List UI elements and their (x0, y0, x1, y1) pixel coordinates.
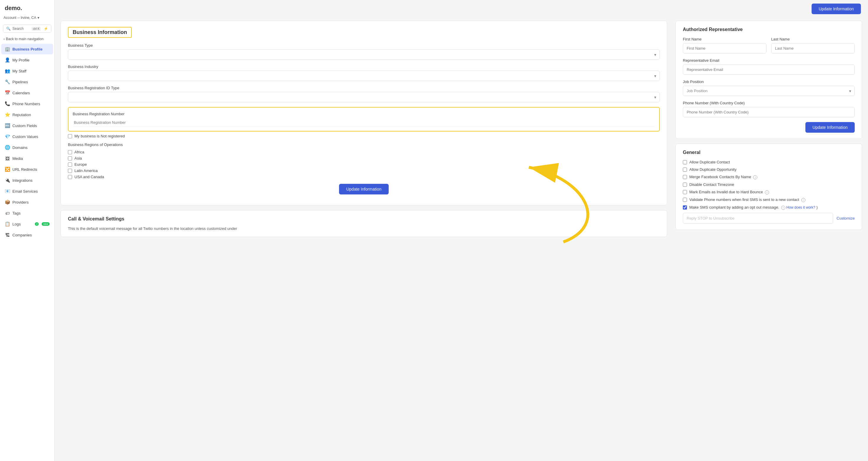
business-type-select[interactable] (68, 49, 660, 60)
general-item-validate-phone: Validate Phone numbers when first SMS is… (683, 197, 855, 202)
checkbox-sms-compliant[interactable] (683, 205, 687, 209)
general-item-label: Merge Facebook Contacts By Name i (689, 175, 757, 179)
rep-email-field: Representative Email (683, 58, 855, 75)
search-bar[interactable]: 🔍 Search ctrl K ⚡ (3, 25, 52, 33)
sidebar-item-calendars[interactable]: 📅 Calendars (1, 87, 53, 98)
phone-numbers-icon: 📞 (5, 101, 10, 106)
sidebar-item-email-services[interactable]: 📧 Email Services (1, 186, 53, 197)
region-checkbox-europe[interactable] (68, 163, 72, 167)
general-items: Allow Duplicate Contact Allow Duplicate … (683, 160, 855, 210)
integrations-icon: 🔌 (5, 178, 10, 183)
tags-icon: 🏷 (5, 210, 10, 216)
sidebar-item-pipelines[interactable]: 🔧 Pipelines (1, 77, 53, 87)
reply-row: Reply STOP to Unsubscribe Customize (683, 213, 855, 224)
general-item-sms-compliant: Make SMS compliant by adding an opt out … (683, 205, 855, 210)
business-industry-label: Business Industry (68, 64, 660, 69)
sidebar-item-logs[interactable]: 📋 Logs 2 new (1, 219, 53, 229)
account-label: Account -- Irvine, CA (4, 16, 36, 20)
region-checkbox-usa-and-canada[interactable] (68, 175, 72, 179)
region-label: Europe (74, 162, 87, 167)
top-bar: Update Information (55, 0, 868, 18)
phone-field: Phone Number (With Country Code) (683, 101, 855, 117)
back-to-main-nav[interactable]: ‹ Back to main navigation (0, 35, 54, 44)
job-position-field: Job Position Job Position (683, 80, 855, 96)
first-name-label: First Name (683, 37, 766, 41)
region-item-europe: Europe (68, 162, 660, 167)
search-icon: 🔍 (6, 27, 11, 31)
business-reg-number-highlighted: Business Registration Number (68, 107, 660, 132)
business-reg-id-type-select[interactable] (68, 92, 660, 102)
region-item-africa: Africa (68, 150, 660, 154)
sidebar-item-label: Providers (12, 200, 29, 204)
sidebar-item-custom-fields[interactable]: 🔤 Custom Fields (1, 120, 53, 131)
sidebar-item-providers[interactable]: 📦 Providers (1, 197, 53, 207)
sidebar-item-phone-numbers[interactable]: 📞 Phone Numbers (1, 98, 53, 109)
regions-list: Africa Asia Europe Latin America USA and… (68, 150, 660, 179)
general-item-label: Make SMS compliant by adding an opt out … (689, 205, 817, 210)
first-name-input[interactable] (683, 43, 766, 54)
sidebar-item-my-profile[interactable]: 👤 My Profile (1, 55, 53, 65)
how-link-sms-compliant[interactable]: How does it work? (786, 205, 815, 209)
sidebar-item-integrations[interactable]: 🔌 Integrations (1, 175, 53, 185)
info-icon-merge-facebook: i (753, 175, 757, 179)
business-reg-number-input[interactable] (73, 118, 655, 127)
rep-email-input[interactable] (683, 64, 855, 75)
not-registered-checkbox[interactable] (68, 134, 72, 138)
general-item-label: Disable Contact Timezone (689, 182, 734, 187)
my-profile-icon: 👤 (5, 57, 10, 63)
info-icon-validate-phone: i (801, 198, 805, 202)
region-checkbox-africa[interactable] (68, 150, 72, 154)
name-fields-row: First Name Last Name (683, 37, 855, 58)
business-industry-select[interactable] (68, 70, 660, 81)
call-voicemail-description: This is the default voicemail message fo… (68, 226, 660, 231)
regions-section: Business Regions of Operations Africa As… (68, 142, 660, 179)
sidebar-item-companies[interactable]: 🏗 Companies (1, 230, 53, 240)
job-position-select[interactable]: Job Position (683, 86, 855, 96)
business-profile-icon: 🏢 (5, 47, 10, 52)
phone-input[interactable] (683, 107, 855, 117)
middle-update-button[interactable]: Update Information (339, 184, 389, 195)
checkbox-disable-contact-timezone[interactable] (683, 183, 687, 187)
sidebar-item-reputation[interactable]: ⭐ Reputation (1, 109, 53, 120)
sidebar-item-my-staff[interactable]: 👥 My Staff (1, 66, 53, 76)
general-item-label: Validate Phone numbers when first SMS is… (689, 197, 805, 202)
url-redirects-icon: 🔀 (5, 167, 10, 172)
general-item-allow-duplicate-opportunity: Allow Duplicate Opportunity (683, 167, 855, 172)
checkbox-validate-phone[interactable] (683, 198, 687, 202)
sidebar-item-label: Phone Numbers (12, 102, 40, 106)
sidebar-item-custom-values[interactable]: 💎 Custom Values (1, 131, 53, 142)
customize-link[interactable]: Customize (837, 216, 855, 221)
sidebar-item-label: Companies (12, 233, 32, 237)
middle-btn-bar: Update Information (68, 184, 660, 195)
sidebar-item-label: Email Services (12, 189, 38, 194)
checkbox-allow-duplicate-opportunity[interactable] (683, 168, 687, 172)
business-information-title: Business Information (68, 27, 132, 38)
rep-update-button[interactable]: Update Information (805, 122, 855, 133)
sidebar-item-label: Business Profile (12, 47, 42, 51)
checkbox-allow-duplicate-contact[interactable] (683, 160, 687, 164)
sidebar-item-label: Reputation (12, 113, 31, 117)
general-item-label: Mark Emails as Invalid due to Hard Bounc… (689, 190, 769, 195)
business-reg-id-type-label: Business Registration ID Type (68, 86, 660, 90)
sidebar-item-label: Integrations (12, 178, 32, 183)
sidebar-item-url-redirects[interactable]: 🔀 URL Redirects (1, 164, 53, 175)
search-label: Search (12, 27, 24, 31)
sidebar-item-business-profile[interactable]: 🏢 Business Profile (1, 44, 53, 54)
account-selector[interactable]: Account -- Irvine, CA ▾ (0, 14, 54, 23)
checkbox-mark-emails-invalid[interactable] (683, 190, 687, 194)
business-information-card: Business Information Business Type Busin… (61, 21, 667, 205)
checkbox-merge-facebook[interactable] (683, 175, 687, 179)
last-name-input[interactable] (771, 43, 855, 54)
nav-badge-logs: 2 (35, 222, 39, 226)
calendars-icon: 📅 (5, 90, 10, 95)
sidebar-item-domains[interactable]: 🌐 Domains (1, 142, 53, 153)
region-checkbox-asia[interactable] (68, 156, 72, 161)
general-item-merge-facebook: Merge Facebook Contacts By Name i (683, 175, 855, 179)
sidebar-item-media[interactable]: 🖼 Media (1, 153, 53, 164)
region-checkbox-latin-america[interactable] (68, 169, 72, 173)
authorized-rep-card: Authorized Representative First Name Las… (676, 21, 862, 139)
reply-stop-section: Reply STOP to Unsubscribe Customize (683, 213, 855, 224)
top-update-button[interactable]: Update Information (812, 4, 861, 14)
sidebar-item-tags[interactable]: 🏷 Tags (1, 208, 53, 219)
not-registered-checkbox-item: My business is Not registered (68, 134, 660, 138)
